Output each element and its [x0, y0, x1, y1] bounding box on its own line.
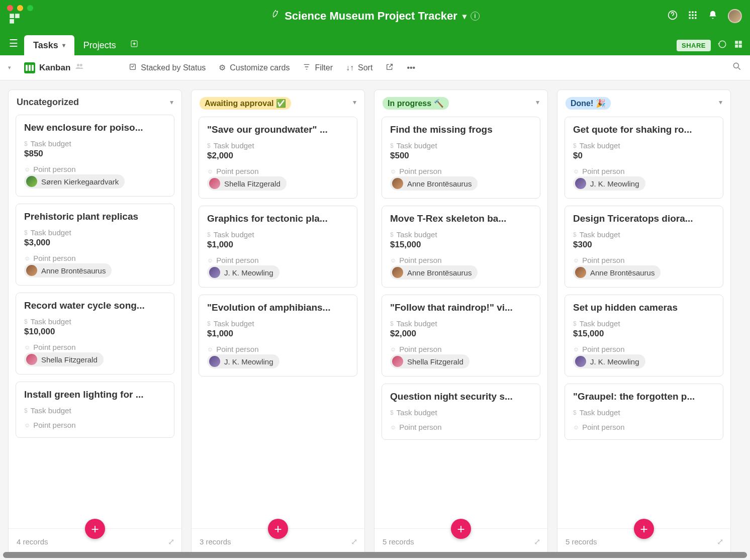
column-header[interactable]: Awaiting approval ✅▾ — [192, 90, 364, 115]
kanban-card[interactable]: Get quote for shaking ro...$Task budget$… — [565, 117, 723, 199]
chevron-down-icon[interactable]: ▾ — [536, 98, 539, 106]
budget-value: $1,000 — [207, 329, 349, 339]
filter-label: Filter — [315, 63, 333, 72]
kanban-board[interactable]: Uncategorized▾New enclosure for poiso...… — [0, 80, 750, 560]
kanban-card[interactable]: "Follow that raindrop!" vi...$Task budge… — [382, 295, 540, 377]
add-record-button[interactable]: + — [85, 519, 105, 539]
kanban-card[interactable]: Find the missing frogs$Task budget$500☺P… — [382, 117, 540, 199]
budget-label: $Task budget — [573, 319, 715, 328]
column-header[interactable]: In progress 🔨▾ — [374, 90, 547, 115]
kanban-card[interactable]: New enclosure for poiso...$Task budget$8… — [16, 115, 174, 197]
svg-point-16 — [80, 64, 82, 66]
kanban-card[interactable]: Graphics for tectonic pla...$Task budget… — [199, 206, 357, 288]
horizontal-scrollbar[interactable] — [3, 552, 747, 558]
window-minimize-icon[interactable] — [17, 5, 23, 11]
view-switcher[interactable]: Kanban — [24, 61, 84, 74]
person-chip[interactable]: Anne Brontësaurus — [24, 263, 112, 277]
kanban-card[interactable]: Install green lighting for ...$Task budg… — [16, 382, 174, 438]
window-zoom-icon[interactable] — [27, 5, 33, 11]
share-view-button[interactable] — [386, 63, 394, 73]
expand-icon[interactable]: ⤢ — [168, 537, 174, 546]
expand-icon[interactable]: ⤢ — [534, 537, 540, 546]
add-record-button[interactable]: + — [451, 519, 471, 539]
filter-control[interactable]: Filter — [303, 63, 333, 73]
user-avatar[interactable] — [728, 9, 742, 23]
currency-icon: $ — [24, 407, 28, 414]
window-close-icon[interactable] — [7, 5, 13, 11]
currency-icon: $ — [207, 320, 211, 327]
column-cards[interactable]: "Save our groundwater" ...$Task budget$2… — [192, 115, 364, 528]
person-chip[interactable]: J. K. Meowling — [207, 265, 279, 279]
app-logo-icon[interactable] — [8, 12, 21, 25]
expand-icon[interactable]: ⤢ — [351, 537, 357, 546]
person-chip[interactable]: Anne Brontësaurus — [573, 265, 661, 279]
avatar — [26, 265, 37, 276]
info-icon[interactable]: i — [471, 12, 480, 21]
person-chip[interactable]: Søren Kierkegaardvark — [24, 174, 125, 189]
collaborators-icon[interactable] — [74, 61, 84, 74]
kanban-card[interactable]: Move T-Rex skeleton ba...$Task budget$15… — [382, 206, 540, 288]
bell-icon[interactable] — [708, 10, 718, 23]
customize-cards-control[interactable]: ⚙ Customize cards — [219, 63, 290, 72]
budget-value: $300 — [573, 240, 715, 250]
base-title-area[interactable]: Science Museum Project Tracker ▾ i — [270, 10, 480, 23]
person-chip[interactable]: Anne Brontësaurus — [390, 176, 478, 191]
person-chip[interactable]: Shella Fitzgerald — [207, 176, 287, 191]
person-chip[interactable]: J. K. Meowling — [573, 354, 645, 368]
kanban-card[interactable]: "Graupel: the forgotten p...$Task budget… — [565, 384, 723, 440]
add-tab-button[interactable] — [130, 40, 138, 50]
svg-rect-5 — [692, 14, 693, 16]
column-cards[interactable]: New enclosure for poiso...$Task budget$8… — [9, 113, 181, 528]
budget-label: $Task budget — [390, 141, 532, 150]
tab-tasks[interactable]: Tasks ▾ — [24, 35, 74, 55]
chevron-down-icon[interactable]: ▾ — [62, 42, 65, 49]
search-icon[interactable] — [732, 62, 742, 73]
currency-icon: $ — [390, 320, 394, 327]
chevron-down-icon[interactable]: ▾ — [353, 98, 356, 106]
share-button[interactable]: SHARE — [677, 40, 711, 51]
kanban-card[interactable]: "Save our groundwater" ...$Task budget$2… — [199, 117, 357, 199]
kanban-card[interactable]: Prehistoric plant replicas$Task budget$3… — [16, 204, 174, 286]
views-dropdown-caret[interactable]: ▾ — [8, 64, 11, 71]
help-icon[interactable] — [668, 10, 678, 23]
column-cards[interactable]: Get quote for shaking ro...$Task budget$… — [557, 115, 730, 528]
kanban-card[interactable]: Record water cycle song...$Task budget$1… — [16, 293, 174, 375]
person-chip[interactable]: Shella Fitzgerald — [390, 354, 470, 368]
currency-icon: $ — [573, 231, 577, 238]
stacked-by-control[interactable]: Stacked by Status — [129, 63, 206, 73]
person-name: Søren Kierkegaardvark — [41, 177, 119, 186]
chevron-down-icon[interactable]: ▾ — [462, 12, 466, 21]
person-chip[interactable]: J. K. Meowling — [573, 176, 645, 191]
person-name: J. K. Meowling — [224, 357, 273, 366]
card-title: Set up hidden cameras — [573, 302, 715, 313]
kanban-card[interactable]: "Evolution of amphibians...$Task budget$… — [199, 295, 357, 377]
kanban-card[interactable]: Question night security s...$Task budget… — [382, 384, 540, 440]
kanban-card[interactable]: Set up hidden cameras$Task budget$15,000… — [565, 295, 723, 377]
chevron-down-icon[interactable]: ▾ — [719, 98, 722, 106]
person-chip[interactable]: J. K. Meowling — [207, 354, 279, 368]
person-chip[interactable]: Shella Fitzgerald — [24, 352, 104, 366]
apps-grid-icon[interactable] — [688, 10, 698, 23]
column-header[interactable]: Uncategorized▾ — [9, 90, 181, 113]
budget-value: $1,000 — [207, 240, 349, 250]
board-wrap: Uncategorized▾New enclosure for poiso...… — [0, 80, 750, 560]
column-header[interactable]: Done! 🎉▾ — [557, 90, 730, 115]
budget-label: $Task budget — [24, 317, 166, 326]
card-title: "Graupel: the forgotten p... — [573, 391, 715, 402]
chevron-down-icon[interactable]: ▾ — [170, 98, 173, 106]
column-cards[interactable]: Find the missing frogs$Task budget$500☺P… — [374, 115, 547, 528]
blocks-icon[interactable] — [734, 40, 743, 51]
history-icon[interactable] — [718, 40, 727, 51]
kanban-card[interactable]: Design Triceratops diora...$Task budget$… — [565, 206, 723, 288]
add-record-button[interactable]: + — [634, 519, 654, 539]
menu-icon[interactable]: ☰ — [9, 37, 18, 49]
sort-control[interactable]: ↓↑ Sort — [346, 63, 372, 72]
budget-value: $500 — [390, 151, 532, 161]
expand-icon[interactable]: ⤢ — [717, 537, 723, 546]
more-button[interactable]: ••• — [407, 63, 415, 72]
person-chip[interactable]: Anne Brontësaurus — [390, 265, 478, 279]
column-title: Uncategorized — [17, 97, 79, 108]
tab-projects[interactable]: Projects — [74, 35, 125, 55]
add-record-button[interactable]: + — [268, 519, 288, 539]
card-title: Move T-Rex skeleton ba... — [390, 213, 532, 224]
